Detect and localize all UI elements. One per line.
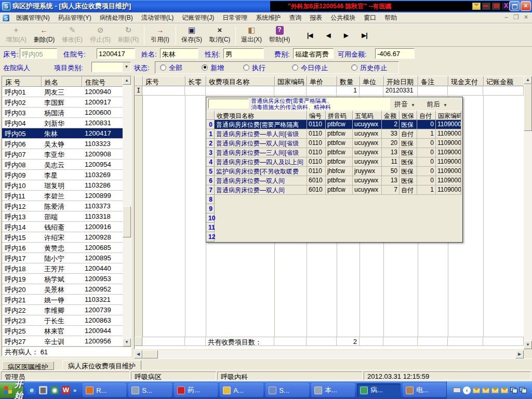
- bed-field[interactable]: 呼内05: [20, 48, 57, 59]
- popup-column-header-5[interactable]: 医保: [400, 111, 417, 120]
- menu-item-6[interactable]: 日常管理: [218, 12, 251, 23]
- grid-cell[interactable]: 20120331: [383, 86, 418, 96]
- popup-row[interactable]: 1普通病房床位费—单人间[省级0110ptbfcwucuyywx33自付1110…: [206, 129, 462, 139]
- popup-row[interactable]: 2普通病房床位费—双人间[省级0110ptbfcwucuyywx20医保0110…: [206, 139, 462, 148]
- toolbar-delete-button[interactable]: ←删除(D): [30, 25, 58, 46]
- popup-row[interactable]: 7普通病房床位费—双人间6010ptbfcwucuyywx7自付11109000…: [206, 185, 462, 195]
- nav-prev-button[interactable]: ◀: [326, 32, 330, 39]
- patient-row[interactable]: 呼内15许绍宋1200928: [2, 232, 131, 243]
- calculator-icon[interactable]: ▦: [39, 386, 47, 394]
- popup-empty-row[interactable]: 8: [206, 195, 462, 204]
- tab-bed-charge-items[interactable]: 病人床位收费项目维护: [62, 360, 141, 370]
- patient-row[interactable]: 呼内03杨国清1200600: [2, 108, 131, 118]
- quicklaunch-overflow-icon[interactable]: »: [73, 387, 76, 393]
- menu-item-11[interactable]: 窗口: [360, 12, 380, 23]
- grid-cell[interactable]: [307, 86, 337, 96]
- chevron-down-icon[interactable]: ▼: [122, 62, 130, 72]
- name-field[interactable]: 朱林: [160, 48, 198, 59]
- patient-row[interactable]: 呼内17陆小宁1200895: [2, 253, 131, 263]
- patient-row[interactable]: 呼内21姚一铮1103321: [2, 295, 131, 305]
- taskbar-window-button-7[interactable]: 病...: [357, 383, 401, 397]
- menu-item-1[interactable]: 医嘱管理(N): [12, 12, 54, 23]
- pinyin-dropdown[interactable]: 拼音▼: [394, 100, 415, 109]
- grid-cell[interactable]: 1: [337, 86, 360, 96]
- patient-row[interactable]: 呼内23于长生1200863: [2, 315, 131, 326]
- menu-item-7[interactable]: 系统维护: [251, 12, 285, 23]
- nav-first-button[interactable]: |◀: [307, 32, 313, 39]
- taskbar-window-button-4[interactable]: A...: [220, 383, 263, 397]
- menu-item-2[interactable]: 药品管理(Y): [54, 12, 96, 23]
- mdi-close-button[interactable]: ×: [522, 14, 530, 21]
- admission-field[interactable]: 1200417: [97, 48, 135, 59]
- grid-column-header-5[interactable]: 数量: [337, 76, 360, 86]
- toolbar-import-button[interactable]: →引用(I): [146, 25, 174, 46]
- toolbar-exit-button[interactable]: ◧退出(X): [237, 25, 265, 46]
- grid-column-header-7[interactable]: 开始日期: [384, 76, 418, 86]
- patient-header-2[interactable]: 住院号: [82, 76, 124, 87]
- patient-row[interactable]: 呼内08吴志云1200954: [2, 159, 131, 170]
- patient-row[interactable]: 呼内06吴太铮1103323: [2, 139, 131, 149]
- mdi-minimize-button[interactable]: –: [502, 14, 510, 21]
- grid-row-current[interactable]: I120120331: [135, 86, 524, 96]
- fee-type-field[interactable]: 福建省两费: [293, 48, 334, 59]
- popup-column-header-2[interactable]: 拼音码: [326, 111, 353, 120]
- nav-last-button[interactable]: ▶|: [362, 32, 367, 39]
- mail-icon[interactable]: [482, 388, 489, 393]
- grid-column-header-9[interactable]: 现金支付: [448, 76, 484, 86]
- scroll-thumb[interactable]: [524, 84, 532, 131]
- available-amount-field[interactable]: -406.67: [375, 48, 415, 59]
- grid-column-header-8[interactable]: 备注: [418, 76, 448, 86]
- ie-icon[interactable]: e: [28, 386, 36, 394]
- patient-row[interactable]: 呼内19杨学斌1200953: [2, 274, 131, 284]
- keyboard-icon[interactable]: [453, 388, 461, 393]
- nav-next-button[interactable]: ▶: [344, 32, 348, 39]
- chevron-icon[interactable]: ‹: [463, 387, 471, 394]
- radio-4[interactable]: [292, 64, 298, 71]
- patient-row[interactable]: 呼内09李星1103269: [2, 170, 131, 180]
- grid-cell[interactable]: [448, 86, 483, 96]
- grid-cell[interactable]: [418, 86, 448, 96]
- scroll-thumb[interactable]: [123, 206, 131, 237]
- phone-icon[interactable]: ☎: [492, 3, 500, 10]
- scroll-left-icon[interactable]: ◀: [134, 350, 142, 358]
- radio-1[interactable]: [160, 64, 166, 71]
- patient-row[interactable]: 呼内12陈爱清1103373: [2, 201, 131, 211]
- grid-column-header-2[interactable]: 收费项目名称: [206, 76, 275, 86]
- close-button[interactable]: ×: [521, 1, 531, 11]
- toolbar-save-button[interactable]: ▣保存(S): [178, 25, 206, 46]
- patient-row[interactable]: 呼内22李维卿1200739: [2, 305, 131, 315]
- popup-column-header-7[interactable]: 国家编码: [436, 111, 461, 120]
- taskbar-window-button-3[interactable]: 药...: [174, 383, 218, 397]
- popup-row[interactable]: 0普通病房床位费[需要严格隔离0110ptbfcwucuyywx2医保01109…: [206, 120, 462, 129]
- popup-empty-row[interactable]: 9: [206, 204, 462, 214]
- word-icon[interactable]: W: [62, 386, 70, 394]
- popup-column-header-3[interactable]: 五笔码: [353, 111, 382, 120]
- popup-row[interactable]: 3普通病房床位费—三人间[省级0110ptbfcwucuyywx13医保0110…: [206, 148, 462, 157]
- taskbar-window-button-2[interactable]: S...: [128, 383, 172, 397]
- scroll-right-icon[interactable]: ▶: [515, 350, 524, 358]
- messenger-icon[interactable]: ◉: [50, 386, 59, 394]
- restore-button[interactable]: [509, 1, 520, 11]
- scroll-down-icon[interactable]: ▼: [123, 338, 131, 347]
- patient-row[interactable]: 呼内04刘新华1200831: [2, 118, 131, 128]
- scroll-down-icon[interactable]: ▼: [524, 341, 532, 349]
- grid-vertical-scrollbar[interactable]: ▲ ▼: [524, 76, 532, 349]
- patient-row[interactable]: 呼内05朱林1200417: [2, 128, 131, 139]
- taskbar-window-button-1[interactable]: R...: [83, 383, 126, 397]
- grid-cell[interactable]: [274, 86, 307, 96]
- menu-item-3[interactable]: 病情处理(B): [96, 12, 137, 23]
- menu-item-10[interactable]: 公共模块: [326, 12, 360, 23]
- radio-2[interactable]: [202, 64, 208, 71]
- grid-cell[interactable]: [206, 86, 274, 96]
- grid-cell[interactable]: [185, 86, 206, 96]
- mail-icon[interactable]: [472, 3, 481, 10]
- grid-column-header-10[interactable]: 记账金额: [484, 76, 524, 86]
- popup-column-header-0[interactable]: 收费项目名称: [215, 111, 307, 120]
- patient-row[interactable]: 呼内02李国辉1200917: [2, 97, 131, 108]
- patient-header-1[interactable]: 姓名: [42, 76, 82, 87]
- popup-row[interactable]: 4普通病房床位费—四人及以上间0110ptbfcwucuyywx11医保0110…: [206, 157, 462, 167]
- mail-icon[interactable]: [501, 388, 508, 393]
- popup-column-header-1[interactable]: 编号: [307, 111, 326, 120]
- scroll-up-icon[interactable]: ▲: [123, 76, 131, 85]
- menu-item-9[interactable]: 报表: [305, 12, 326, 23]
